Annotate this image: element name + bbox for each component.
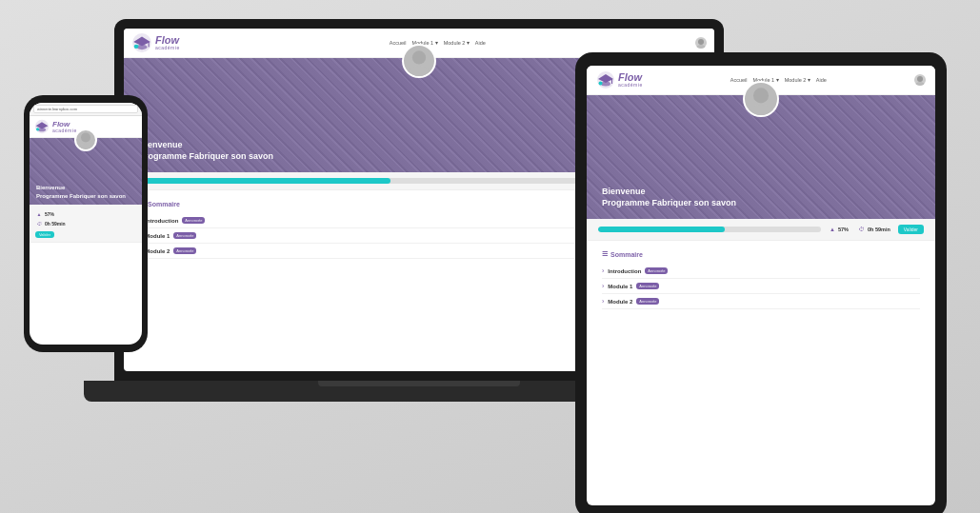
nav-accueil[interactable]: Accueil bbox=[390, 40, 407, 46]
svg-point-21 bbox=[38, 128, 46, 131]
svg-point-8 bbox=[412, 50, 426, 64]
phone-stat-temps: ⏱ 0h 59min bbox=[35, 220, 66, 227]
badge-2: Annoncée bbox=[173, 247, 196, 254]
phone-device: winnerie.learnyboc.com F bbox=[24, 95, 148, 352]
laptop-nav-avatar bbox=[695, 37, 707, 49]
phone-outer: winnerie.learnyboc.com F bbox=[24, 95, 148, 352]
tablet-hero-content: Bienvenue Programme Fabriquer son savon bbox=[602, 186, 736, 209]
nav-module2[interactable]: Module 2 ▾ bbox=[444, 40, 470, 46]
laptop-logo: Flow académie bbox=[131, 32, 180, 53]
tablet-temps-value: 0h 59min bbox=[868, 227, 890, 232]
phone-logo-academie: académie bbox=[52, 128, 77, 133]
tablet-badge-0: Annoncée bbox=[645, 267, 668, 274]
tablet-badge-2: Annoncée bbox=[636, 298, 659, 305]
phone-screen: winnerie.learnyboc.com F bbox=[30, 103, 142, 345]
tablet-hero-avatar bbox=[743, 81, 779, 117]
tablet-progress-bar-inner bbox=[598, 227, 725, 232]
tablet-progression-value: 57% bbox=[838, 227, 849, 232]
tablet-stat-progression: ▲ 57% bbox=[829, 226, 849, 233]
phone-logo-text: Flow académie bbox=[52, 121, 77, 133]
laptop-hero-title: Bienvenue Programme Fabriquer son savon bbox=[139, 139, 273, 163]
scene: Flow académie Accueil Module 1 ▾ Module … bbox=[0, 0, 980, 513]
logo-icon bbox=[131, 32, 152, 53]
badge-0: Annoncée bbox=[182, 217, 205, 224]
phone-urlbar: winnerie.learnyboc.com bbox=[30, 103, 142, 116]
tablet-hero-line1: Bienvenue bbox=[602, 186, 736, 198]
tablet-nav-accueil[interactable]: Accueil bbox=[730, 77, 748, 83]
svg-point-22 bbox=[36, 128, 39, 130]
tablet-sommaire-title: ☰ Sommaire bbox=[602, 250, 920, 258]
tablet-logo-icon bbox=[596, 70, 615, 89]
laptop-hero-line1: Bienvenue bbox=[139, 139, 273, 151]
tablet-nav-avatar bbox=[914, 74, 926, 86]
tablet-progression-icon: ▲ bbox=[829, 226, 836, 233]
phone-validate-button[interactable]: Valider bbox=[35, 231, 54, 238]
tablet-chevron-0: › bbox=[602, 267, 604, 274]
svg-point-13 bbox=[601, 82, 610, 87]
tablet-site-content: ☰ Sommaire › Introduction Annoncée › Mod… bbox=[587, 241, 935, 319]
tablet-badge-1: Annoncée bbox=[636, 283, 659, 289]
tablet-sommaire-item-0[interactable]: › Introduction Annoncée bbox=[602, 264, 920, 279]
phone-hero-content: Bienvenue Programme Fabriquer son savon bbox=[36, 184, 126, 200]
phone-hero: Bienvenue Programme Fabriquer son savon bbox=[30, 138, 142, 205]
svg-point-6 bbox=[698, 39, 704, 45]
tablet-progress-bar-outer bbox=[598, 227, 821, 232]
tablet-device: Flow académie Accueil Module 1 ▾ Module … bbox=[575, 52, 947, 513]
nav-aide[interactable]: Aide bbox=[475, 40, 486, 46]
laptop-logo-academie: académie bbox=[155, 46, 180, 50]
phone-hero-line1: Bienvenue bbox=[36, 184, 126, 191]
svg-point-17 bbox=[753, 88, 769, 103]
phone-hero-avatar bbox=[74, 128, 97, 151]
tablet-item-name-2: Module 2 bbox=[608, 299, 632, 305]
tablet-stat-temps: ⏱ 0h 59min bbox=[858, 226, 890, 233]
phone-hero-line2: Programme Fabriquer son savon bbox=[36, 192, 126, 200]
url-field[interactable]: winnerie.learnyboc.com bbox=[33, 105, 138, 113]
phone-temps-value: 0h 59min bbox=[45, 221, 66, 227]
laptop-hero-avatar bbox=[402, 44, 436, 78]
svg-rect-12 bbox=[611, 79, 612, 84]
tablet-screen: Flow académie Accueil Module 1 ▾ Module … bbox=[587, 66, 935, 505]
tablet-logo-academie: académie bbox=[618, 83, 643, 88]
tablet-website: Flow académie Accueil Module 1 ▾ Module … bbox=[587, 66, 935, 319]
tablet-chevron-1: › bbox=[602, 283, 604, 289]
tablet-sommaire-item-2[interactable]: › Module 2 Annoncée bbox=[602, 294, 920, 309]
tablet-chevron-2: › bbox=[602, 298, 604, 305]
svg-point-14 bbox=[599, 82, 603, 86]
tablet-hero: Bienvenue Programme Fabriquer son savon bbox=[587, 95, 935, 219]
tablet-nav-aide[interactable]: Aide bbox=[816, 77, 827, 83]
item-name-1: Module 1 bbox=[145, 233, 170, 239]
tablet-outer: Flow académie Accueil Module 1 ▾ Module … bbox=[575, 52, 947, 513]
item-name-0: Introduction bbox=[145, 218, 178, 224]
tablet-hero-title: Bienvenue Programme Fabriquer son savon bbox=[602, 186, 736, 209]
phone-logo-icon bbox=[34, 119, 50, 134]
phone-clock-icon: ⏱ bbox=[35, 220, 43, 227]
phone-progression-value: 57% bbox=[45, 211, 54, 217]
tablet-nav-module2[interactable]: Module 2 ▾ bbox=[785, 77, 810, 83]
tablet-nav-links: Accueil Module 1 ▾ Module 2 ▾ Aide bbox=[730, 77, 827, 83]
tablet-validate-button[interactable]: Valider bbox=[898, 225, 924, 234]
phone-logo: Flow académie bbox=[34, 119, 77, 134]
tablet-sommaire-item-1[interactable]: › Module 1 Annoncée bbox=[602, 279, 920, 294]
phone-website: winnerie.learnyboc.com F bbox=[30, 103, 142, 243]
phone-progress-section: ▲ 57% ⏱ 0h 59min Valider bbox=[30, 205, 142, 243]
phone-hero-title: Bienvenue Programme Fabriquer son savon bbox=[36, 184, 126, 200]
tablet-logo: Flow académie bbox=[596, 70, 643, 89]
tablet-item-name-0: Introduction bbox=[608, 268, 641, 274]
laptop-progress-bar-outer bbox=[133, 178, 585, 184]
laptop-hero-line2: Programme Fabriquer son savon bbox=[139, 150, 273, 163]
tablet-sommaire-label: Sommaire bbox=[610, 251, 643, 258]
svg-rect-2 bbox=[149, 42, 150, 48]
tablet-progress-section: ▲ 57% ⏱ 0h 59min Valider bbox=[587, 219, 935, 241]
tablet-logo-text: Flow académie bbox=[618, 72, 643, 88]
badge-1: Annoncée bbox=[173, 232, 196, 239]
svg-point-7 bbox=[696, 45, 706, 49]
tablet-clock-icon: ⏱ bbox=[858, 226, 866, 233]
tablet-sommaire-icon: ☰ bbox=[602, 250, 608, 258]
phone-progression-icon: ▲ bbox=[35, 210, 43, 218]
laptop-logo-text: Flow académie bbox=[155, 35, 180, 50]
tablet-item-name-1: Module 1 bbox=[608, 284, 632, 289]
svg-point-5 bbox=[135, 45, 138, 48]
tablet-progress-stats: ▲ 57% ⏱ 0h 59min bbox=[829, 226, 890, 233]
laptop-hero-content: Bienvenue Programme Fabriquer son savon bbox=[139, 139, 273, 163]
phone-stat-progression: ▲ 57% bbox=[35, 210, 54, 218]
